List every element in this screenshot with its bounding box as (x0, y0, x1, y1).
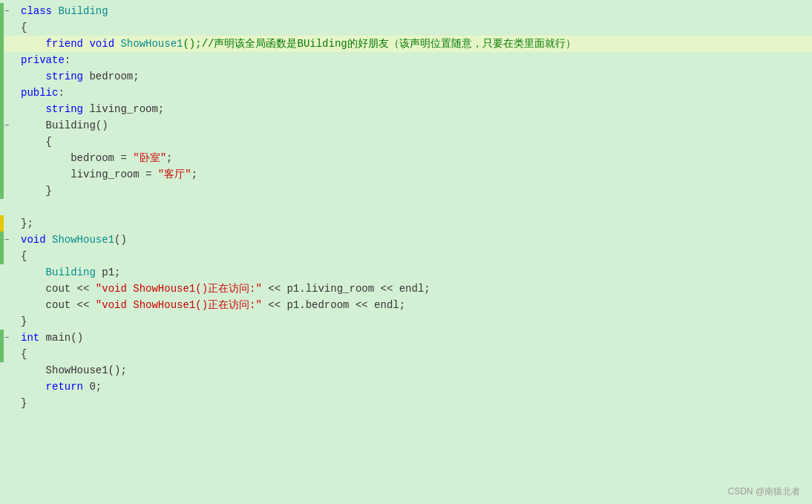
token: cout << (21, 283, 96, 295)
token: string (46, 103, 83, 115)
token: }; (21, 217, 33, 229)
line-19: cout << "void ShowHouse1()正在访问:" << p1.b… (0, 297, 812, 313)
token: "卧室" (133, 152, 166, 164)
token: class (21, 5, 52, 17)
line-11: living_room = "客厅"; (0, 166, 812, 183)
line-16: { (0, 248, 812, 264)
token: p1; (96, 266, 121, 278)
line-13 (0, 199, 812, 215)
line-12: } (0, 183, 812, 199)
line-gutter[interactable]: − (0, 117, 16, 134)
token: { (21, 136, 52, 148)
line-2: { (0, 19, 812, 36)
line-15: −void ShowHouse1() (0, 232, 812, 248)
lines-wrapper: −class Building { friend void ShowHouse1… (0, 3, 812, 411)
line-7: string living_room; (0, 101, 812, 117)
token: cout << (21, 299, 96, 311)
line-23: ShowHouse1(); (0, 362, 812, 379)
line-5: string bedroom; (0, 68, 812, 85)
line-gutter[interactable]: − (0, 232, 16, 248)
token: bedroom; (83, 71, 140, 82)
token (21, 381, 46, 393)
token (21, 266, 46, 278)
token: << p1.living_room << endl; (262, 283, 430, 295)
line-indicator (0, 36, 4, 52)
token: Building (46, 266, 96, 278)
line-content-10: bedroom = "卧室"; (16, 150, 172, 166)
line-content-5: string bedroom; (16, 68, 140, 85)
token: ShowHouse1 (52, 234, 114, 246)
line-content-21: int main() (16, 330, 83, 346)
token: "void ShowHouse1()正在访问:" (96, 283, 262, 295)
line-17: Building p1; (0, 264, 812, 281)
line-25: } (0, 395, 812, 411)
token: "客厅" (158, 168, 191, 180)
line-9: { (0, 134, 812, 150)
token: void (89, 38, 114, 50)
line-content-2: { (16, 19, 27, 36)
line-4: private: (0, 52, 812, 68)
line-content-8: Building() (16, 117, 108, 134)
token (46, 234, 52, 246)
line-indicator (0, 19, 4, 36)
line-content-17: Building p1; (16, 264, 120, 281)
line-21: −int main() (0, 330, 812, 346)
line-indicator (0, 134, 4, 150)
token: { (21, 250, 27, 262)
token: { (21, 348, 27, 360)
line-indicator (0, 248, 4, 264)
token: ; (166, 152, 172, 164)
line-indicator (0, 183, 4, 199)
token (21, 38, 46, 50)
line-content-14: }; (16, 215, 33, 232)
token (21, 71, 46, 82)
token: bedroom = (21, 152, 133, 164)
token: "void ShowHouse1()正在访问:" (96, 299, 262, 311)
line-indicator (0, 101, 4, 117)
line-indicator (0, 346, 4, 362)
line-gutter[interactable]: − (0, 3, 16, 19)
line-content-24: return 0; (16, 379, 102, 395)
line-20: } (0, 313, 812, 330)
line-content-7: string living_room; (16, 101, 164, 117)
token: private (21, 54, 65, 66)
token: Building (58, 5, 108, 17)
line-6: public: (0, 85, 812, 101)
code-container: −class Building { friend void ShowHouse1… (0, 0, 812, 504)
line-10: bedroom = "卧室"; (0, 150, 812, 166)
line-24: return 0; (0, 379, 812, 395)
token (21, 103, 46, 115)
token: string (46, 71, 83, 82)
line-content-4: private: (16, 52, 71, 68)
line-content-1: class Building (16, 3, 108, 19)
token: () (114, 234, 127, 246)
token: public (21, 87, 58, 99)
line-gutter[interactable]: − (0, 330, 16, 346)
token: main() (39, 332, 83, 344)
line-content-25: } (16, 395, 27, 411)
token: living_room = (21, 168, 158, 180)
line-indicator (0, 215, 4, 232)
line-indicator (0, 52, 4, 68)
line-18: cout << "void ShowHouse1()正在访问:" << p1.l… (0, 281, 812, 297)
token: ShowHouse1 (120, 38, 183, 50)
token: 0; (83, 381, 102, 393)
token: int (21, 332, 39, 344)
token: } (21, 185, 52, 197)
line-content-6: public: (16, 85, 65, 101)
line-indicator (0, 68, 4, 85)
line-content-3: friend void ShowHouse1();//声明该全局函数是BUild… (16, 36, 576, 52)
line-content-9: { (16, 134, 52, 150)
token: { (21, 22, 27, 33)
token: void (21, 234, 46, 246)
token: } (21, 315, 27, 327)
line-8: − Building() (0, 117, 812, 134)
line-22: { (0, 346, 812, 362)
line-content-19: cout << "void ShowHouse1()正在访问:" << p1.b… (16, 297, 405, 313)
line-1: −class Building (0, 3, 812, 19)
token: living_room; (83, 103, 164, 115)
token: ; (191, 168, 197, 180)
line-indicator (0, 85, 4, 101)
line-content-16: { (16, 248, 27, 264)
line-content-18: cout << "void ShowHouse1()正在访问:" << p1.l… (16, 281, 430, 297)
